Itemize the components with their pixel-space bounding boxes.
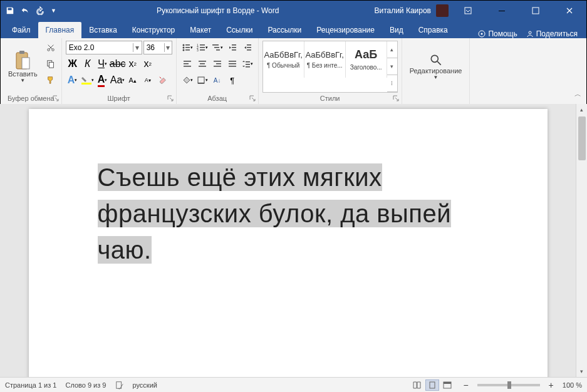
page-scroll[interactable]: Съешь ещё этих мягких французских булок,…: [0, 104, 576, 377]
document-text[interactable]: Съешь ещё этих мягких французских булок,…: [98, 159, 479, 268]
minimize-button[interactable]: [487, 1, 516, 21]
user-name[interactable]: Виталий Каиров: [374, 6, 431, 15]
paste-button[interactable]: Вставить ▼: [4, 41, 41, 93]
text-effects-button[interactable]: A▾: [66, 73, 80, 87]
format-painter-button[interactable]: [44, 73, 58, 87]
scissors-icon: [46, 43, 55, 52]
document-area: Съешь ещё этих мягких французских булок,…: [0, 104, 587, 377]
zoom-slider[interactable]: [477, 384, 540, 386]
align-left-button[interactable]: [180, 57, 194, 71]
justify-button[interactable]: [226, 57, 239, 71]
qat-customize-icon[interactable]: ▼: [51, 8, 56, 14]
cut-button[interactable]: [44, 41, 58, 54]
tab-file[interactable]: Файл: [4, 22, 38, 38]
style-heading1[interactable]: АаБЗаголово...: [346, 41, 387, 78]
bold-button[interactable]: Ж: [66, 57, 80, 71]
tab-help[interactable]: Справка: [411, 22, 455, 38]
tab-mailings[interactable]: Рассылки: [260, 22, 309, 38]
bullets-button[interactable]: ▾: [180, 41, 194, 54]
svg-rect-31: [232, 49, 236, 51]
dialog-launcher-icon[interactable]: [392, 95, 400, 102]
svg-rect-50: [198, 77, 204, 83]
maximize-button[interactable]: [521, 1, 550, 21]
svg-rect-19: [185, 49, 190, 51]
editing-dropdown[interactable]: Редактирование ▼: [406, 41, 466, 93]
user-avatar[interactable]: [436, 4, 449, 17]
line-spacing-button[interactable]: ▾: [241, 57, 254, 71]
close-button[interactable]: [555, 1, 584, 21]
save-icon[interactable]: [6, 6, 14, 15]
shading-button[interactable]: ▾: [180, 73, 194, 87]
tab-review[interactable]: Рецензирование: [309, 22, 382, 38]
font-size-combo[interactable]: ▾: [143, 41, 172, 54]
scroll-thumb[interactable]: [578, 116, 586, 160]
proofing-icon[interactable]: [115, 381, 124, 389]
sort-button[interactable]: A↓: [210, 73, 224, 87]
chevron-down-icon: ▼: [434, 75, 439, 80]
outdent-icon: [228, 43, 237, 52]
svg-rect-39: [200, 63, 205, 64]
tab-references[interactable]: Ссылки: [219, 22, 260, 38]
scroll-up-button[interactable]: ▴: [576, 104, 587, 115]
page-icon: [429, 381, 436, 389]
document-page[interactable]: Съешь ещё этих мягких французских булок,…: [29, 109, 548, 377]
gallery-more-button[interactable]: ⁞: [387, 75, 397, 92]
align-right-button[interactable]: [210, 57, 224, 71]
window-title: Рукописный шрифт в Ворде - Word: [61, 6, 375, 15]
increase-indent-button[interactable]: [241, 41, 254, 54]
dialog-launcher-icon[interactable]: [249, 95, 256, 102]
numbering-button[interactable]: 123▾: [195, 41, 209, 54]
borders-icon: [197, 76, 205, 85]
svg-rect-13: [81, 83, 91, 85]
share-button[interactable]: Поделиться: [526, 29, 578, 38]
svg-rect-32: [247, 44, 251, 46]
print-layout-button[interactable]: [425, 379, 439, 391]
copy-button[interactable]: [44, 57, 58, 71]
tab-design[interactable]: Конструктор: [125, 22, 182, 38]
italic-button[interactable]: К: [81, 57, 95, 71]
style-no-spacing[interactable]: АаБбВвГг,¶ Без инте...: [304, 41, 346, 78]
underline-button[interactable]: Ч▾: [96, 57, 110, 71]
status-language[interactable]: русский: [133, 381, 157, 389]
read-mode-button[interactable]: [410, 379, 424, 391]
strikethrough-button[interactable]: abc: [111, 57, 125, 71]
multilevel-list-button[interactable]: ▾: [210, 41, 224, 54]
shrink-font-button[interactable]: A▾: [141, 73, 155, 87]
font-name-combo[interactable]: ▾: [66, 41, 142, 54]
borders-button[interactable]: ▾: [195, 73, 209, 87]
grow-font-button[interactable]: A▴: [126, 73, 140, 87]
gallery-down-button[interactable]: ▾: [387, 58, 397, 75]
superscript-button[interactable]: x2: [141, 57, 155, 71]
svg-point-5: [529, 31, 531, 34]
ribbon-options-button[interactable]: [454, 1, 482, 21]
collapse-ribbon-icon[interactable]: ︿: [574, 90, 581, 99]
tab-view[interactable]: Вид: [382, 22, 411, 38]
subscript-button[interactable]: x2: [126, 57, 140, 71]
zoom-slider-thumb[interactable]: [507, 381, 511, 389]
show-marks-button[interactable]: ¶: [226, 73, 239, 87]
tab-insert[interactable]: Вставка: [81, 22, 125, 38]
zoom-in-button[interactable]: +: [549, 380, 554, 390]
align-center-button[interactable]: [195, 57, 209, 71]
zoom-out-button[interactable]: −: [463, 380, 468, 390]
dialog-launcher-icon[interactable]: [52, 95, 60, 102]
undo-icon[interactable]: [21, 6, 29, 15]
status-words[interactable]: Слово 9 из 9: [65, 381, 106, 389]
tab-layout[interactable]: Макет: [182, 22, 219, 38]
change-case-button[interactable]: Aa▾: [111, 73, 125, 87]
scroll-down-button[interactable]: ▾: [576, 366, 587, 377]
status-page[interactable]: Страница 1 из 1: [5, 381, 56, 389]
zoom-level[interactable]: 100 %: [563, 381, 582, 389]
style-normal[interactable]: АаБбВвГг,¶ Обычный: [263, 41, 304, 78]
tell-me-button[interactable]: Помощь: [478, 29, 517, 38]
vertical-scrollbar[interactable]: ▴ ▾: [576, 104, 587, 377]
dialog-launcher-icon[interactable]: [167, 95, 174, 102]
gallery-up-button[interactable]: ▴: [387, 41, 397, 58]
clear-formatting-button[interactable]: [156, 73, 170, 87]
tab-home[interactable]: Главная: [38, 22, 82, 38]
decrease-indent-button[interactable]: [226, 41, 239, 54]
web-layout-button[interactable]: [440, 379, 454, 391]
redo-icon[interactable]: [36, 6, 44, 15]
font-color-button[interactable]: A▾: [96, 73, 110, 87]
highlight-button[interactable]: ▾: [81, 73, 95, 87]
